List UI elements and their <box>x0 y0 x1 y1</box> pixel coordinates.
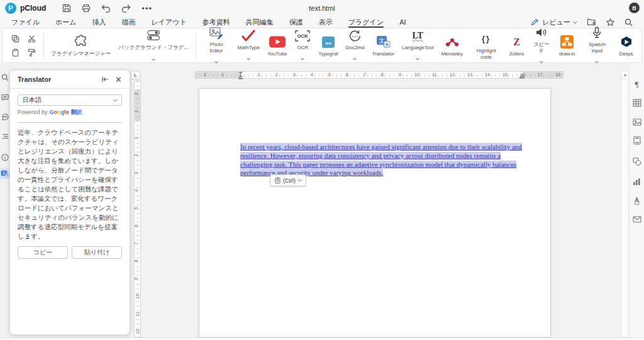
plugin-button-typograf[interactable]: «» Typograf <box>314 33 341 59</box>
tab-insert[interactable]: 挿入 <box>92 16 106 28</box>
vertical-scrollbar[interactable] <box>621 71 629 337</box>
puzzle-icon <box>74 33 89 50</box>
paste-options-button[interactable]: (Ctrl) <box>270 174 306 186</box>
image-settings-icon[interactable] <box>632 117 641 127</box>
translator-panel: Translator ✕ 日本語 Powered by Google 翻訳 <box>9 70 130 335</box>
plugin-button-mendeley[interactable]: Mendeley <box>437 33 467 59</box>
tab-file[interactable]: ファイル <box>11 16 40 28</box>
chart-settings-icon[interactable] <box>632 177 641 186</box>
plugin-button-languagetool[interactable]: LT LanguageTool <box>398 26 437 65</box>
ruler-margin-zone <box>196 72 242 78</box>
drawio-icon <box>560 34 574 50</box>
google-logo: Google <box>50 109 69 115</box>
svg-text:«»: «» <box>325 39 331 46</box>
translator-panel-header: Translator ✕ <box>10 71 130 89</box>
format-painter-icon[interactable] <box>26 47 36 57</box>
collapse-panel-icon[interactable] <box>101 76 109 82</box>
plugin-button-translator[interactable]: 文A Translator <box>368 33 398 59</box>
scroll-up-arrow[interactable] <box>621 71 628 79</box>
table-settings-icon[interactable] <box>632 98 641 108</box>
right-icon-sidebar: ¶ A <box>630 64 644 337</box>
chevron-down-icon <box>573 19 577 23</box>
plugin-button-highlight-code[interactable]: {} Highlight code <box>467 30 506 61</box>
deepl-icon <box>620 34 633 50</box>
document-page[interactable]: In recent years, cloud-based architectur… <box>199 88 551 337</box>
plugin-button-drawio[interactable]: draw.io <box>555 33 579 59</box>
tab-stop-selector[interactable]: L <box>131 71 140 79</box>
cut-icon[interactable] <box>26 33 36 43</box>
plugin-button-speech[interactable]: スピーチ <box>528 23 555 67</box>
plugin-button-photo-editor[interactable]: Photo Editor <box>199 23 234 67</box>
google-translate-word: 翻訳 <box>71 108 82 116</box>
plugin-button-speech-input[interactable]: Speech input <box>579 23 615 67</box>
header-footer-settings-icon[interactable] <box>632 135 641 145</box>
plugin-button-ocr[interactable]: OCR OCR <box>291 26 314 65</box>
plugin-button-deepl[interactable]: DeepL <box>615 33 638 59</box>
mathtype-icon <box>241 28 256 44</box>
mail-merge-icon[interactable] <box>632 215 641 224</box>
chevron-down-icon <box>416 52 419 63</box>
doc2md-icon: </> <box>348 28 362 44</box>
chevron-down-icon <box>297 178 302 182</box>
svg-text:A: A <box>635 196 640 203</box>
translator-plugin-tab[interactable]: 文A <box>0 168 9 179</box>
microphone-icon <box>592 25 602 41</box>
chat-icon[interactable] <box>1 113 9 121</box>
print-icon[interactable] <box>82 4 91 13</box>
paste-options-label: (Ctrl) <box>283 178 296 184</box>
translator-panel-title: Translator <box>18 76 51 83</box>
pcloud-logo-icon: P <box>5 3 16 14</box>
powered-by-label: Powered by <box>18 109 48 115</box>
paragraph-settings-icon[interactable]: ¶ <box>632 79 641 89</box>
text-art-settings-icon[interactable]: A <box>632 196 641 205</box>
horizontal-ruler: 2 1 1 2 3 4 5 6 7 8 9 10 11 12 13 14 15 … <box>195 71 564 79</box>
comments-icon[interactable] <box>1 94 9 101</box>
search-icon[interactable] <box>625 18 633 26</box>
status-bar <box>0 337 644 340</box>
copy-icon[interactable] <box>10 33 20 43</box>
toggles-icon <box>146 27 161 43</box>
copy-button[interactable]: コピー <box>18 246 68 259</box>
languagetool-icon: LT <box>413 28 423 44</box>
plugin-button-zotero[interactable]: Z Zotero <box>506 33 528 59</box>
plugin-button-doc2md[interactable]: </> Doc2md <box>342 26 369 65</box>
paste-icon[interactable] <box>10 47 20 57</box>
zotero-icon: Z <box>513 34 520 50</box>
background-plugins-button[interactable]: バックグラウンド・プラグ... <box>114 26 192 64</box>
tab-home[interactable]: ホーム <box>55 16 77 28</box>
pcloud-logo: P pCloud <box>5 3 46 14</box>
redo-icon[interactable] <box>121 4 131 13</box>
more-actions-icon[interactable]: ••• <box>142 4 152 13</box>
close-panel-icon[interactable]: ✕ <box>115 76 122 84</box>
speaker-icon <box>535 25 548 41</box>
user-avatar[interactable]: B <box>629 3 640 13</box>
undo-icon[interactable] <box>101 4 111 13</box>
indent-marker-left[interactable] <box>238 72 243 79</box>
save-icon[interactable] <box>62 4 71 13</box>
ocr-icon: OCR <box>294 28 311 44</box>
tab-view[interactable]: 表示 <box>319 16 333 28</box>
paste-button[interactable]: 貼り付け <box>72 246 122 259</box>
plugin-button-youtube[interactable]: YouTube <box>264 33 291 59</box>
vertical-ruler: 2 1 1 2 3 4 5 6 7 8 9 10 11 12 <box>134 81 141 337</box>
find-icon[interactable] <box>1 74 9 81</box>
target-language-select[interactable]: 日本語 <box>18 94 122 106</box>
chevron-down-icon <box>247 52 250 63</box>
chevron-down-icon <box>152 52 155 64</box>
panel-divider <box>18 122 122 123</box>
youtube-icon <box>269 34 286 50</box>
translation-output: 近年、クラウドベースのアーキテクチャは、そのスケーラビリティとレジリエンス（回復… <box>18 128 122 241</box>
selected-text[interactable]: In recent years, cloud-based architectur… <box>240 143 522 176</box>
about-info-icon[interactable] <box>1 154 9 161</box>
plugin-manager-button[interactable]: プラグインマネージャー <box>47 32 114 58</box>
indent-marker-right[interactable] <box>519 74 525 79</box>
selected-language: 日本語 <box>23 96 42 105</box>
background-plugins-label: バックグラウンド・プラグ... <box>118 44 188 50</box>
photo-editor-icon <box>209 25 224 41</box>
shape-settings-icon[interactable] <box>632 157 641 166</box>
workspace: 文A Translator ✕ 日本語 Powered <box>0 64 644 337</box>
document-paragraph[interactable]: In recent years, cloud-based architectur… <box>240 143 525 178</box>
plugin-button-mathtype[interactable]: MathType <box>234 26 264 65</box>
navigation-outline-icon[interactable] <box>1 133 9 140</box>
powered-by-google: Powered by Google 翻訳 <box>18 108 122 116</box>
